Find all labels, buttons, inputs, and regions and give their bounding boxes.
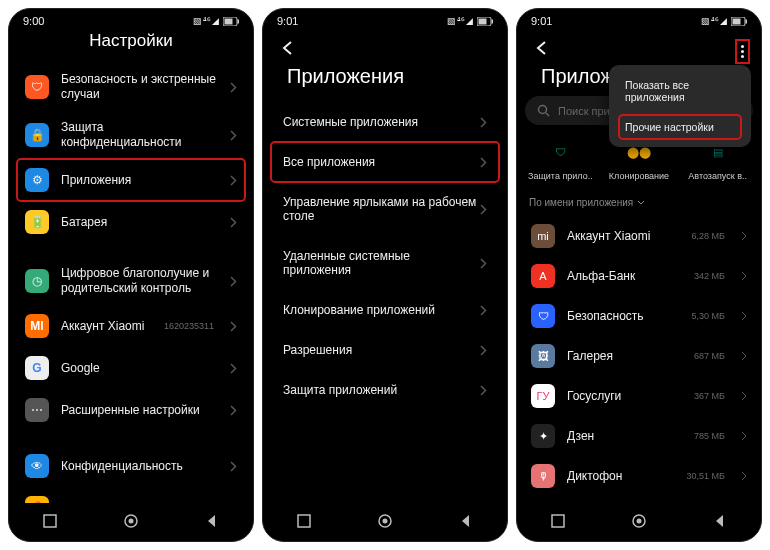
- svg-point-15: [539, 106, 547, 114]
- chevron-right-icon: [480, 204, 487, 215]
- chevron-right-icon: [480, 117, 487, 128]
- account-id: 1620235311: [164, 321, 214, 331]
- status-icons: ▧ ⁴⁶ ◢: [701, 16, 747, 26]
- menu-show-all[interactable]: Показать все приложения: [619, 73, 741, 109]
- row-shortcuts[interactable]: Управление ярлыками на рабочем столе: [271, 182, 499, 236]
- svg-rect-1: [225, 18, 233, 24]
- status-time: 9:01: [531, 15, 552, 27]
- row-system-apps[interactable]: Системные приложения: [271, 102, 499, 142]
- overflow-menu: Показать все приложения Прочие настройки: [609, 65, 751, 147]
- app-icon: 🖼: [531, 344, 555, 368]
- nav-bar: [9, 503, 253, 541]
- nav-back-icon[interactable]: [712, 513, 728, 529]
- nav-bar: [517, 503, 761, 541]
- header: [517, 29, 761, 59]
- svg-rect-2: [238, 19, 240, 23]
- chevron-right-icon: [480, 305, 487, 316]
- nav-recent-icon[interactable]: [296, 513, 312, 529]
- apps-menu-list: Системные приложения Все приложения Упра…: [263, 102, 507, 503]
- chevron-right-icon: [230, 82, 237, 93]
- chevron-right-icon: [741, 351, 747, 361]
- battery-icon: [477, 17, 493, 26]
- chevron-down-icon: [637, 200, 645, 205]
- app-row[interactable]: △ Диск 265 МБ: [521, 496, 757, 503]
- app-row[interactable]: ГУ Госуслуги 367 МБ: [521, 376, 757, 416]
- row-removed-system[interactable]: Удаленные системные приложения: [271, 236, 499, 290]
- row-google[interactable]: G Google: [17, 347, 245, 389]
- nav-home-icon[interactable]: [377, 513, 393, 529]
- row-battery[interactable]: 🔋 Батарея: [17, 201, 245, 243]
- chevron-right-icon: [230, 130, 237, 141]
- svg-rect-14: [746, 19, 748, 23]
- chevron-right-icon: [230, 461, 237, 472]
- status-bar: 9:01 ▧ ⁴⁶ ◢: [263, 9, 507, 29]
- svg-line-16: [546, 113, 549, 116]
- app-row[interactable]: А Альфа-Банк 342 МБ: [521, 256, 757, 296]
- phone-apps: 9:01 ▧ ⁴⁶ ◢ Приложения Системные приложе…: [262, 8, 508, 542]
- app-icon: 🎙: [531, 464, 555, 488]
- chevron-right-icon: [741, 271, 747, 281]
- phone-settings: 9:00 ▧ ⁴⁶ ◢ Настройки 🛡 Безопасность и э…: [8, 8, 254, 542]
- app-row[interactable]: mi Аккаунт Xiaomi 6,28 МБ: [521, 216, 757, 256]
- row-xiaomi-account[interactable]: MI Аккаунт Xiaomi 1620235311: [17, 305, 245, 347]
- sort-selector[interactable]: По имени приложения: [517, 197, 761, 216]
- shield-icon: 🛡: [547, 139, 573, 165]
- chevron-right-icon: [480, 385, 487, 396]
- nav-back-icon[interactable]: [458, 513, 474, 529]
- app-row[interactable]: ✦ Дзен 785 МБ: [521, 416, 757, 456]
- chevron-right-icon: [741, 311, 747, 321]
- back-icon[interactable]: [279, 39, 297, 57]
- chevron-right-icon: [741, 471, 747, 481]
- app-row[interactable]: 🎙 Диктофон 30,51 МБ: [521, 456, 757, 496]
- chevron-right-icon: [230, 175, 237, 186]
- row-advanced[interactable]: ⋯ Расширенные настройки: [17, 389, 245, 431]
- row-app-protection[interactable]: Защита приложений: [271, 370, 499, 410]
- app-icon: ГУ: [531, 384, 555, 408]
- row-privacy[interactable]: 👁 Конфиденциальность: [17, 445, 245, 487]
- overflow-button[interactable]: [740, 44, 745, 59]
- nav-recent-icon[interactable]: [550, 513, 566, 529]
- battery-icon: [223, 17, 239, 26]
- nav-bar: [263, 503, 507, 541]
- chevron-right-icon: [230, 503, 237, 504]
- svg-point-5: [128, 519, 133, 524]
- row-apps[interactable]: ⚙ Приложения: [17, 159, 245, 201]
- status-bar: 9:01 ▧ ⁴⁶ ◢: [517, 9, 761, 29]
- shield-alert-icon: 🛡: [25, 75, 49, 99]
- app-row[interactable]: 🖼 Галерея 687 МБ: [521, 336, 757, 376]
- back-icon[interactable]: [533, 39, 551, 57]
- row-privacy-protection[interactable]: 🔒 Защита конфиденциальности: [17, 111, 245, 159]
- svg-point-11: [382, 519, 387, 524]
- svg-rect-7: [479, 18, 487, 24]
- nav-home-icon[interactable]: [631, 513, 647, 529]
- row-permissions[interactable]: Разрешения: [271, 330, 499, 370]
- chevron-right-icon: [230, 321, 237, 332]
- settings-list: 🛡 Безопасность и экстренные случаи 🔒 Защ…: [9, 63, 253, 503]
- svg-rect-13: [733, 18, 741, 24]
- nav-back-icon[interactable]: [204, 513, 220, 529]
- nav-home-icon[interactable]: [123, 513, 139, 529]
- svg-rect-17: [552, 515, 564, 527]
- phone-app-list: 9:01 ▧ ⁴⁶ ◢ Показать все приложения Проч…: [516, 8, 762, 542]
- chevron-right-icon: [741, 431, 747, 441]
- chevron-right-icon: [741, 231, 747, 241]
- svg-point-19: [636, 519, 641, 524]
- chevron-right-icon: [230, 217, 237, 228]
- chevron-right-icon: [480, 258, 487, 269]
- menu-other-settings[interactable]: Прочие настройки: [619, 115, 741, 139]
- row-location[interactable]: 📍 Местоположение: [17, 487, 245, 503]
- row-cloning[interactable]: Клонирование приложений: [271, 290, 499, 330]
- row-security-emergency[interactable]: 🛡 Безопасность и экстренные случаи: [17, 63, 245, 111]
- nav-recent-icon[interactable]: [42, 513, 58, 529]
- page-title: Приложения: [263, 59, 507, 102]
- app-icon: mi: [531, 224, 555, 248]
- app-icon: 🛡: [531, 304, 555, 328]
- status-icons: ▧ ⁴⁶ ◢: [447, 16, 493, 26]
- app-icon: А: [531, 264, 555, 288]
- status-icons: ▧ ⁴⁶ ◢: [193, 16, 239, 26]
- chip-app-protection[interactable]: 🛡 Защита прило..: [525, 139, 595, 181]
- row-all-apps[interactable]: Все приложения: [271, 142, 499, 182]
- location-icon: 📍: [25, 496, 49, 503]
- app-row[interactable]: 🛡 Безопасность 5,30 МБ: [521, 296, 757, 336]
- row-wellbeing[interactable]: ◷ Цифровое благополучие и родительский к…: [17, 257, 245, 305]
